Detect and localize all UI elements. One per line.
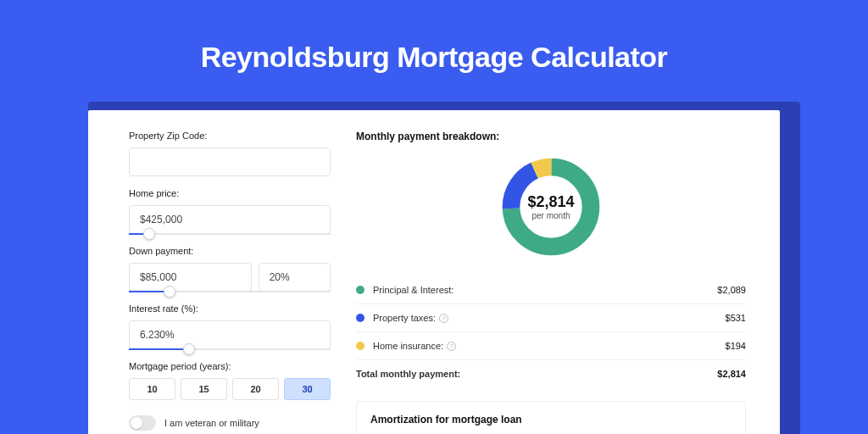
legend-row-1: Property taxes: ?$531 xyxy=(356,304,746,332)
legend-row-0: Principal & Interest: $2,089 xyxy=(356,276,746,304)
legend-dot xyxy=(356,286,364,294)
interest-input[interactable] xyxy=(129,320,331,349)
total-row: Total monthly payment: $2,814 xyxy=(356,360,746,387)
total-amount: $2,814 xyxy=(717,369,746,379)
period-option-20[interactable]: 20 xyxy=(232,378,279,400)
legend-amount: $2,089 xyxy=(717,285,746,295)
interest-group: Interest rate (%): xyxy=(129,303,331,349)
breakdown-panel: Monthly payment breakdown: $2,814 per mo… xyxy=(356,131,746,434)
breakdown-title: Monthly payment breakdown: xyxy=(356,131,746,142)
zip-group: Property Zip Code: xyxy=(129,131,331,176)
legend-label: Principal & Interest: xyxy=(373,285,717,295)
legend-dot xyxy=(356,314,364,322)
donut-sub: per month xyxy=(531,211,570,220)
period-option-15[interactable]: 15 xyxy=(181,378,227,400)
period-group: Mortgage period (years): 10152030 xyxy=(129,361,331,400)
legend-label: Property taxes: ? xyxy=(373,313,726,323)
home-price-group: Home price: xyxy=(129,188,331,234)
home-price-label: Home price: xyxy=(129,188,331,198)
legend-dot xyxy=(356,342,364,350)
period-options: 10152030 xyxy=(129,378,331,400)
down-payment-amount-input[interactable] xyxy=(129,263,252,292)
legend-label: Home insurance: ? xyxy=(373,341,726,351)
info-icon[interactable]: ? xyxy=(447,342,456,351)
down-payment-group: Down payment: xyxy=(129,246,331,292)
legend-amount: $531 xyxy=(726,313,746,323)
down-payment-label: Down payment: xyxy=(129,246,331,256)
amortization-title: Amortization for mortgage loan xyxy=(370,414,732,426)
zip-label: Property Zip Code: xyxy=(129,131,331,141)
period-option-30[interactable]: 30 xyxy=(284,378,331,400)
amortization-box: Amortization for mortgage loan Amortizat… xyxy=(356,401,746,434)
donut-amount: $2,814 xyxy=(527,193,574,211)
donut-chart: $2,814 per month xyxy=(498,154,604,259)
interest-label: Interest rate (%): xyxy=(129,303,331,314)
zip-input[interactable] xyxy=(129,147,331,176)
info-icon[interactable]: ? xyxy=(439,314,448,323)
donut-wrap: $2,814 per month xyxy=(356,154,746,259)
form-panel: Property Zip Code: Home price: Down paym… xyxy=(129,131,331,434)
legend-row-2: Home insurance: ?$194 xyxy=(356,332,746,360)
page-title: Reynoldsburg Mortgage Calculator xyxy=(0,0,868,99)
period-option-10[interactable]: 10 xyxy=(129,378,175,400)
legend-amount: $194 xyxy=(726,341,746,351)
period-label: Mortgage period (years): xyxy=(129,361,331,371)
veteran-label: I am veteran or military xyxy=(164,418,259,428)
legend: Principal & Interest: $2,089Property tax… xyxy=(356,276,746,360)
home-price-input[interactable] xyxy=(129,205,331,234)
total-label: Total monthly payment: xyxy=(356,369,717,379)
veteran-row: I am veteran or military xyxy=(129,415,331,431)
calculator-card: Property Zip Code: Home price: Down paym… xyxy=(88,110,780,434)
veteran-toggle[interactable] xyxy=(129,415,156,431)
down-payment-percent-input[interactable] xyxy=(259,263,331,292)
